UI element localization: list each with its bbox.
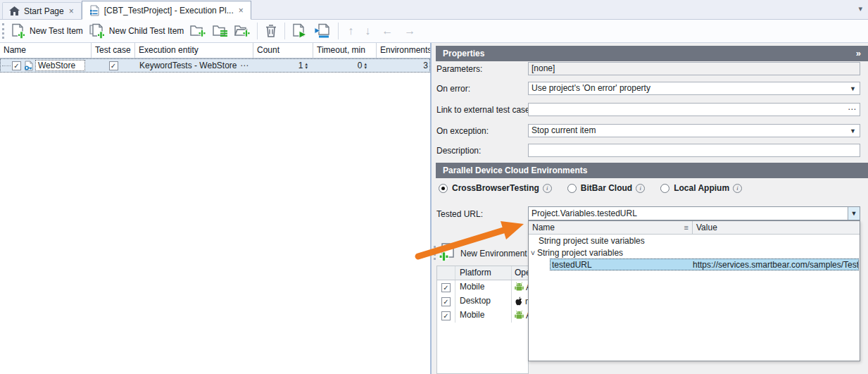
column-header-environments[interactable]: Environments — [377, 43, 430, 58]
section-title: Parallel Device Cloud Environments — [443, 163, 587, 178]
radio-bitbar-cloud[interactable] — [567, 184, 577, 193]
column-header-name[interactable]: Name — [0, 43, 92, 58]
move-up-button[interactable]: ↑ — [342, 25, 359, 37]
radio-local-appium[interactable] — [660, 184, 669, 193]
new-environment-button[interactable]: New Environment — [460, 249, 527, 258]
environment-row[interactable]: ✓ Mobile Android — [437, 308, 529, 323]
run-test-item-icon — [291, 23, 308, 39]
timeout-value[interactable]: 0 — [358, 61, 363, 70]
dropdown-value-column[interactable]: Value — [693, 221, 860, 234]
variable-name: testedURL — [550, 260, 693, 270]
spinner-down-icon[interactable]: ▾ — [305, 66, 308, 69]
delete-icon — [264, 23, 278, 39]
sort-icon[interactable]: ≡ — [684, 221, 688, 234]
convert-to-test-case-icon — [313, 23, 332, 39]
radio-label: Local Appium — [674, 183, 729, 193]
toolbar-label: New Child Test Item — [109, 26, 184, 36]
row-enabled-checkbox[interactable]: ✓ — [12, 61, 21, 70]
os-column-header[interactable]: Operating system — [512, 266, 529, 280]
platform-value: Desktop — [455, 294, 512, 308]
add-group-button[interactable] — [187, 22, 209, 40]
add-folder-icon — [189, 23, 206, 39]
new-test-item-button[interactable]: New Test Item — [8, 22, 86, 41]
pdce-section-header: Parallel Device Cloud Environments — [436, 163, 868, 178]
add-open-folder-button[interactable] — [231, 22, 253, 40]
browse-button[interactable]: ⋯ — [848, 104, 857, 116]
chevron-down-icon[interactable]: ▾ — [858, 4, 862, 13]
platform-value: Mobile — [455, 308, 512, 323]
parameters-label: Parameters: — [436, 64, 482, 74]
count-value[interactable]: 1 — [298, 61, 303, 70]
dropdown-arrow-icon[interactable]: ▼ — [850, 83, 856, 95]
cloud-provider-radios: CrossBrowserTesting i BitBar Cloud i Loc… — [439, 182, 757, 194]
dropdown-name-column[interactable]: Name≡ — [529, 221, 693, 234]
move-down-button[interactable]: ↓ — [359, 25, 376, 37]
env-check-column — [437, 266, 455, 280]
test-item-name[interactable]: WebStore — [35, 60, 85, 71]
run-test-item-button[interactable] — [289, 22, 310, 41]
parameters-field[interactable]: [none] — [528, 62, 860, 75]
radio-label: CrossBrowserTesting — [452, 183, 539, 193]
dropdown-arrow-icon: ▼ — [851, 210, 857, 217]
toolbar-separator — [338, 23, 339, 39]
group-list-button[interactable] — [209, 22, 231, 40]
environments-table: Platform Operating system ✓ Mobile Andro… — [436, 266, 529, 374]
info-icon[interactable]: i — [733, 184, 742, 193]
column-header-test-case[interactable]: Test case — [92, 43, 135, 58]
column-header-timeout[interactable]: Timeout, min — [313, 43, 377, 58]
environment-row[interactable]: ✓ Mobile Android — [437, 280, 529, 294]
variable-group-row[interactable]: ˅String project variables — [529, 247, 860, 258]
env-toolbar-grip[interactable] — [434, 246, 436, 260]
variable-row-selected[interactable]: testedURL https://services.smartbear.com… — [529, 258, 860, 270]
combo-dropdown-button[interactable]: ▼ — [848, 207, 860, 220]
close-icon[interactable]: × — [68, 6, 75, 16]
close-icon[interactable]: × — [238, 6, 244, 15]
android-icon — [515, 282, 524, 292]
test-case-checkbox[interactable]: ✓ — [109, 61, 118, 70]
variable-group-row[interactable]: String project suite variables — [529, 235, 860, 247]
tested-url-combobox[interactable]: Project.Variables.testedURL ▼ — [528, 206, 860, 220]
info-icon[interactable]: i — [636, 184, 645, 193]
timeout-spinner[interactable]: ▴ ▾ — [364, 62, 367, 69]
description-field[interactable] — [528, 144, 860, 157]
count-spinner[interactable]: ▴ ▾ — [305, 62, 308, 69]
platform-column-header[interactable]: Platform — [455, 266, 512, 280]
info-icon[interactable]: i — [543, 184, 552, 193]
tab-execution-plan[interactable]: [CBT_TestProject] - Execution Pl... × — [82, 1, 251, 20]
variable-value: https://services.smartbear.com/samples/T… — [693, 260, 859, 270]
env-enabled-checkbox[interactable]: ✓ — [441, 297, 451, 306]
environments-table-header: Platform Operating system — [437, 266, 529, 280]
toolbar-separator — [284, 23, 285, 39]
tested-url-label: Tested URL: — [436, 209, 483, 219]
new-child-test-item-button[interactable]: New Child Test Item — [86, 22, 187, 41]
execution-plan-icon — [89, 5, 100, 16]
spinner-down-icon[interactable]: ▾ — [364, 66, 367, 69]
toolbar-grip[interactable] — [2, 23, 6, 39]
expander-icon[interactable]: ˅ — [529, 247, 537, 258]
on-exception-select[interactable]: Stop current item▼ — [528, 124, 860, 137]
env-enabled-checkbox[interactable]: ✓ — [441, 283, 451, 292]
browse-entity-button[interactable]: ⋯ — [240, 61, 249, 70]
tested-url-value: Project.Variables.testedURL — [532, 208, 637, 218]
name-column-label: Name — [532, 221, 555, 234]
table-row[interactable]: ✓ WebStore ✓ KeywordTests - WebStore ⋯ 1 — [0, 58, 430, 73]
convert-to-test-case-button[interactable] — [310, 22, 334, 41]
move-right-button[interactable]: → — [398, 25, 421, 37]
collapse-panel-icon[interactable]: » — [856, 46, 861, 61]
dropdown-arrow-icon[interactable]: ▼ — [850, 125, 856, 137]
link-external-field[interactable]: ⋯ — [528, 103, 860, 116]
move-left-button[interactable]: ← — [376, 25, 398, 37]
android-icon — [515, 311, 524, 320]
env-enabled-checkbox[interactable]: ✓ — [441, 311, 451, 320]
radio-crossbrowsertesting[interactable] — [439, 184, 448, 193]
on-error-select[interactable]: Use project's 'On error' property▼ — [528, 82, 860, 95]
delete-button[interactable] — [261, 22, 281, 40]
on-exception-label: On exception: — [436, 126, 489, 136]
environment-row[interactable]: ✓ Desktop macOS — [437, 294, 529, 308]
properties-panel: Properties » Parameters: [none] On error… — [432, 43, 868, 374]
main-toolbar: New Test Item New Child Test Item — [0, 20, 868, 43]
column-header-execution-entity[interactable]: Execution entity — [135, 43, 253, 58]
tab-start-page[interactable]: Start Page × — [2, 2, 82, 19]
on-exception-value: Stop current item — [532, 125, 596, 135]
column-header-count[interactable]: Count — [253, 43, 313, 58]
